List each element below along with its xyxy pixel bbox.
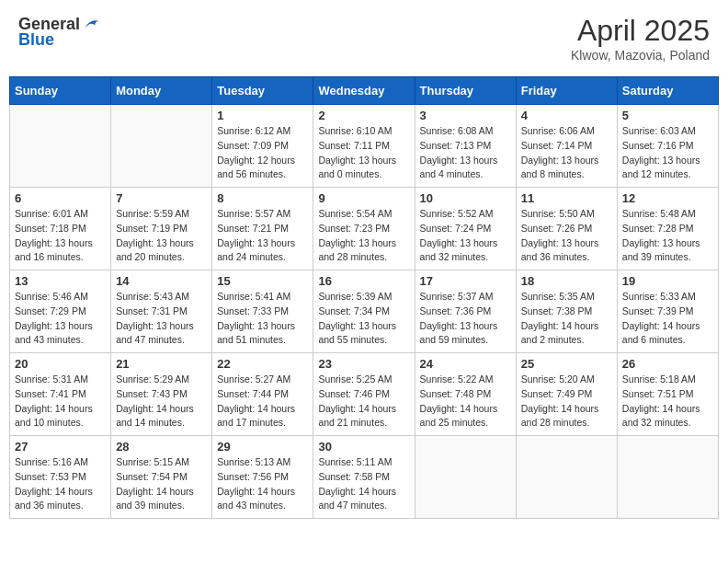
day-cell	[415, 436, 516, 519]
location: Klwow, Mazovia, Poland	[571, 48, 710, 63]
header-thursday: Thursday	[415, 77, 516, 105]
day-number: 8	[217, 191, 308, 205]
day-cell: 10Sunrise: 5:52 AMSunset: 7:24 PMDayligh…	[415, 188, 516, 270]
day-cell: 24Sunrise: 5:22 AMSunset: 7:48 PMDayligh…	[415, 353, 516, 436]
day-info: Sunrise: 5:50 AMSunset: 7:26 PMDaylight:…	[521, 207, 612, 265]
calendar-header-row: SundayMondayTuesdayWednesdayThursdayFrid…	[10, 77, 719, 105]
week-row-1: 1Sunrise: 6:12 AMSunset: 7:09 PMDaylight…	[10, 105, 719, 188]
day-info: Sunrise: 5:35 AMSunset: 7:38 PMDaylight:…	[521, 290, 612, 348]
day-info: Sunrise: 6:12 AMSunset: 7:09 PMDaylight:…	[217, 124, 308, 182]
day-cell: 20Sunrise: 5:31 AMSunset: 7:41 PMDayligh…	[10, 353, 111, 436]
day-number: 2	[318, 109, 409, 122]
day-info: Sunrise: 6:06 AMSunset: 7:14 PMDaylight:…	[521, 124, 612, 182]
day-number: 18	[521, 274, 612, 288]
day-cell: 18Sunrise: 5:35 AMSunset: 7:38 PMDayligh…	[516, 270, 617, 353]
day-cell: 29Sunrise: 5:13 AMSunset: 7:56 PMDayligh…	[212, 436, 313, 519]
day-cell: 5Sunrise: 6:03 AMSunset: 7:16 PMDaylight…	[617, 105, 718, 188]
day-number: 24	[420, 357, 511, 371]
day-number: 9	[318, 191, 409, 205]
day-info: Sunrise: 5:48 AMSunset: 7:28 PMDaylight:…	[622, 207, 713, 265]
day-cell	[617, 436, 718, 519]
header-monday: Monday	[111, 77, 212, 105]
day-cell	[111, 105, 212, 188]
day-cell: 14Sunrise: 5:43 AMSunset: 7:31 PMDayligh…	[111, 270, 212, 353]
day-info: Sunrise: 5:31 AMSunset: 7:41 PMDaylight:…	[15, 373, 106, 431]
day-cell: 19Sunrise: 5:33 AMSunset: 7:39 PMDayligh…	[617, 270, 718, 353]
day-number: 4	[521, 109, 612, 122]
day-number: 3	[420, 109, 511, 122]
day-cell: 4Sunrise: 6:06 AMSunset: 7:14 PMDaylight…	[516, 105, 617, 188]
week-row-4: 20Sunrise: 5:31 AMSunset: 7:41 PMDayligh…	[10, 353, 719, 436]
header-wednesday: Wednesday	[313, 77, 415, 105]
day-number: 26	[622, 357, 713, 371]
day-cell: 25Sunrise: 5:20 AMSunset: 7:49 PMDayligh…	[516, 353, 617, 436]
day-cell: 28Sunrise: 5:15 AMSunset: 7:54 PMDayligh…	[111, 436, 212, 519]
day-cell: 17Sunrise: 5:37 AMSunset: 7:36 PMDayligh…	[415, 270, 516, 353]
week-row-3: 13Sunrise: 5:46 AMSunset: 7:29 PMDayligh…	[10, 270, 719, 353]
day-info: Sunrise: 6:03 AMSunset: 7:16 PMDaylight:…	[622, 124, 713, 182]
day-number: 21	[116, 357, 207, 371]
day-cell	[10, 105, 111, 188]
day-number: 10	[420, 191, 511, 205]
day-number: 15	[217, 274, 308, 288]
day-info: Sunrise: 6:01 AMSunset: 7:18 PMDaylight:…	[15, 207, 106, 265]
day-number: 1	[217, 109, 308, 122]
week-row-2: 6Sunrise: 6:01 AMSunset: 7:18 PMDaylight…	[10, 188, 719, 270]
day-cell: 11Sunrise: 5:50 AMSunset: 7:26 PMDayligh…	[516, 188, 617, 270]
day-info: Sunrise: 5:59 AMSunset: 7:19 PMDaylight:…	[116, 207, 207, 265]
day-info: Sunrise: 5:22 AMSunset: 7:48 PMDaylight:…	[420, 373, 511, 431]
day-info: Sunrise: 5:25 AMSunset: 7:46 PMDaylight:…	[318, 373, 409, 431]
title-block: April 2025 Klwow, Mazovia, Poland	[571, 14, 710, 63]
day-cell: 8Sunrise: 5:57 AMSunset: 7:21 PMDaylight…	[212, 188, 313, 270]
day-info: Sunrise: 5:27 AMSunset: 7:44 PMDaylight:…	[217, 373, 308, 431]
header-friday: Friday	[516, 77, 617, 105]
day-cell: 30Sunrise: 5:11 AMSunset: 7:58 PMDayligh…	[313, 436, 415, 519]
day-number: 5	[622, 109, 713, 122]
day-info: Sunrise: 5:37 AMSunset: 7:36 PMDaylight:…	[420, 290, 511, 348]
day-cell: 23Sunrise: 5:25 AMSunset: 7:46 PMDayligh…	[313, 353, 415, 436]
day-number: 28	[116, 440, 207, 454]
day-info: Sunrise: 5:33 AMSunset: 7:39 PMDaylight:…	[622, 290, 713, 348]
day-cell: 27Sunrise: 5:16 AMSunset: 7:53 PMDayligh…	[10, 436, 111, 519]
day-number: 11	[521, 191, 612, 205]
day-number: 19	[622, 274, 713, 288]
day-info: Sunrise: 5:54 AMSunset: 7:23 PMDaylight:…	[318, 207, 409, 265]
day-number: 30	[318, 440, 409, 454]
day-cell: 15Sunrise: 5:41 AMSunset: 7:33 PMDayligh…	[212, 270, 313, 353]
day-cell: 6Sunrise: 6:01 AMSunset: 7:18 PMDaylight…	[10, 188, 111, 270]
day-cell: 26Sunrise: 5:18 AMSunset: 7:51 PMDayligh…	[617, 353, 718, 436]
day-info: Sunrise: 5:57 AMSunset: 7:21 PMDaylight:…	[217, 207, 308, 265]
day-cell: 1Sunrise: 6:12 AMSunset: 7:09 PMDaylight…	[212, 105, 313, 188]
day-cell: 7Sunrise: 5:59 AMSunset: 7:19 PMDaylight…	[111, 188, 212, 270]
day-info: Sunrise: 6:08 AMSunset: 7:13 PMDaylight:…	[420, 124, 511, 182]
day-info: Sunrise: 5:39 AMSunset: 7:34 PMDaylight:…	[318, 290, 409, 348]
day-info: Sunrise: 5:13 AMSunset: 7:56 PMDaylight:…	[217, 455, 308, 513]
day-cell: 2Sunrise: 6:10 AMSunset: 7:11 PMDaylight…	[313, 105, 415, 188]
day-info: Sunrise: 5:20 AMSunset: 7:49 PMDaylight:…	[521, 373, 612, 431]
day-info: Sunrise: 5:43 AMSunset: 7:31 PMDaylight:…	[116, 290, 207, 348]
day-cell: 3Sunrise: 6:08 AMSunset: 7:13 PMDaylight…	[415, 105, 516, 188]
day-number: 27	[15, 440, 106, 454]
day-number: 29	[217, 440, 308, 454]
month-title: April 2025	[571, 14, 710, 48]
day-info: Sunrise: 5:11 AMSunset: 7:58 PMDaylight:…	[318, 455, 409, 513]
day-info: Sunrise: 5:29 AMSunset: 7:43 PMDaylight:…	[116, 373, 207, 431]
logo-bird-icon	[82, 14, 102, 34]
header-tuesday: Tuesday	[212, 77, 313, 105]
header-saturday: Saturday	[617, 77, 718, 105]
calendar-table: SundayMondayTuesdayWednesdayThursdayFrid…	[9, 76, 719, 519]
day-number: 12	[622, 191, 713, 205]
day-info: Sunrise: 5:18 AMSunset: 7:51 PMDaylight:…	[622, 373, 713, 431]
day-cell: 9Sunrise: 5:54 AMSunset: 7:23 PMDaylight…	[313, 188, 415, 270]
page-header: General Blue April 2025 Klwow, Mazovia, …	[9, 9, 719, 67]
week-row-5: 27Sunrise: 5:16 AMSunset: 7:53 PMDayligh…	[10, 436, 719, 519]
day-cell: 22Sunrise: 5:27 AMSunset: 7:44 PMDayligh…	[212, 353, 313, 436]
day-cell	[516, 436, 617, 519]
day-cell: 21Sunrise: 5:29 AMSunset: 7:43 PMDayligh…	[111, 353, 212, 436]
day-number: 13	[15, 274, 106, 288]
day-number: 14	[116, 274, 207, 288]
day-number: 17	[420, 274, 511, 288]
day-number: 7	[116, 191, 207, 205]
day-info: Sunrise: 5:41 AMSunset: 7:33 PMDaylight:…	[217, 290, 308, 348]
day-info: Sunrise: 5:16 AMSunset: 7:53 PMDaylight:…	[15, 455, 106, 513]
